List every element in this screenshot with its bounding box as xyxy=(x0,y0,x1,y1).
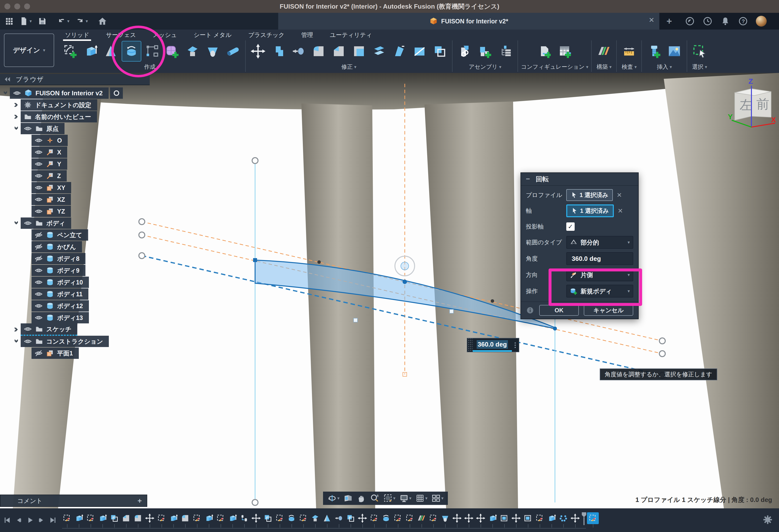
close-window-icon[interactable] xyxy=(4,3,10,9)
tree-row-かびん[interactable]: かびん xyxy=(0,241,207,253)
timeline-step-back-button[interactable] xyxy=(14,516,23,525)
view-cube[interactable]: 左 前 Z Y X xyxy=(728,78,777,133)
tree-item[interactable]: ボディ9 xyxy=(32,265,85,276)
tree-row-XY[interactable]: XY xyxy=(0,182,207,193)
visibility-on-icon[interactable] xyxy=(35,207,43,216)
structure-tool-icon[interactable] xyxy=(496,41,515,61)
ribbon-group-label[interactable]: 選択▾ xyxy=(692,63,707,71)
timeline-feature-sketch[interactable] xyxy=(534,512,546,524)
timeline-feature-extrude[interactable] xyxy=(486,512,498,524)
timeline-go-start-button[interactable] xyxy=(3,516,12,525)
fit-nav-button[interactable]: ▾ xyxy=(382,492,397,505)
tree-row-ボディ8[interactable]: ボディ8 xyxy=(0,253,207,264)
sketch-point[interactable] xyxy=(491,299,494,303)
form-tool-icon[interactable] xyxy=(163,41,182,61)
config-tool-icon[interactable] xyxy=(535,41,554,61)
ribbon-group-label[interactable]: 挿入▾ xyxy=(657,63,672,71)
timeline-feature-move[interactable] xyxy=(475,512,486,524)
visibility-on-icon[interactable] xyxy=(35,148,43,157)
profile-point[interactable] xyxy=(253,258,257,262)
sketch-point[interactable] xyxy=(317,260,321,264)
pan-nav-button[interactable] xyxy=(355,492,368,505)
viewports-nav-button[interactable]: ▾ xyxy=(430,492,445,505)
visibility-on-icon[interactable] xyxy=(24,325,32,333)
chevron-open-icon[interactable] xyxy=(12,125,21,132)
visibility-on-icon[interactable] xyxy=(35,266,43,275)
tree-row-コンストラクション[interactable]: コンストラクション xyxy=(0,336,207,347)
visibility-on-icon[interactable] xyxy=(35,172,43,180)
timeline-feature-fillet[interactable] xyxy=(132,512,144,524)
table-leg[interactable] xyxy=(301,104,375,508)
info-icon[interactable] xyxy=(526,306,534,314)
tree-item[interactable]: 平面1 xyxy=(32,348,79,359)
timeline-feature-combine[interactable] xyxy=(345,512,357,524)
timeline-feature-construct-plane[interactable] xyxy=(416,512,427,524)
tree-row-ドキュメントの設定[interactable]: ドキュメントの設定 xyxy=(0,99,207,111)
tree-row-平面1[interactable]: 平面1 xyxy=(0,347,207,359)
timeline-feature-sketch[interactable] xyxy=(297,512,309,524)
ribbon-tab-4[interactable]: シート メタル xyxy=(192,31,233,40)
patch-tool-icon[interactable] xyxy=(203,41,222,61)
tree-item[interactable]: ボディ xyxy=(21,218,71,229)
ribbon-group-label[interactable]: コンフィギュレーション▾ xyxy=(521,63,588,71)
visibility-off-icon[interactable] xyxy=(35,231,43,239)
document-tab[interactable]: FUISON for Interior v2* ✕ xyxy=(278,13,659,29)
timeline-feature-boundary[interactable] xyxy=(498,512,510,524)
timeline-play-button[interactable] xyxy=(25,516,35,525)
visibility-on-icon[interactable] xyxy=(24,124,32,133)
more-options-handle[interactable] xyxy=(512,339,519,352)
tree-row-ボディ12[interactable]: ボディ12 xyxy=(0,300,207,312)
collapse-panel-icon[interactable] xyxy=(4,76,11,83)
construct-plane-tool-icon[interactable] xyxy=(595,41,613,61)
tree-item[interactable]: かびん xyxy=(32,241,82,252)
timeline-go-end-button[interactable] xyxy=(48,516,57,525)
profile-point[interactable] xyxy=(553,327,557,331)
tree-row-名前の付いたビュー[interactable]: 名前の付いたビュー xyxy=(0,111,207,123)
clear-profile-icon[interactable]: ✕ xyxy=(617,191,622,199)
clock-icon[interactable] xyxy=(703,16,713,26)
save-button[interactable] xyxy=(36,15,49,27)
new-component-tool-icon[interactable] xyxy=(476,41,494,61)
timeline-feature-thicken[interactable] xyxy=(309,512,321,524)
tree-row-スケッチ[interactable]: スケッチ xyxy=(0,323,207,336)
timeline-feature-sketch[interactable] xyxy=(215,512,227,524)
visibility-on-icon[interactable] xyxy=(35,183,43,192)
tree-row-YZ[interactable]: YZ xyxy=(0,205,207,217)
move-tool-icon[interactable] xyxy=(249,41,267,61)
visibility-on-icon[interactable] xyxy=(35,302,43,310)
timeline-feature-move[interactable] xyxy=(144,512,156,524)
timeline-feature-sketch[interactable] xyxy=(404,512,416,524)
timeline-playhead[interactable] xyxy=(582,512,587,525)
redo-button[interactable]: ▾ xyxy=(73,15,90,27)
projection-checkbox[interactable]: ✓ xyxy=(566,222,575,231)
tree-item[interactable]: 原点 xyxy=(21,123,64,134)
chevron-closed-icon[interactable] xyxy=(12,102,21,108)
visibility-on-icon[interactable] xyxy=(24,337,32,346)
tree-row-ボディ[interactable]: ボディ xyxy=(0,217,207,229)
visibility-on-icon[interactable] xyxy=(13,89,21,97)
timeline-step-forward-button[interactable] xyxy=(37,516,46,525)
timeline-feature-sketch[interactable] xyxy=(392,512,404,524)
zoom-nav-button[interactable]: ± xyxy=(369,492,381,505)
angle-input[interactable]: 360.0 deg xyxy=(566,252,633,265)
extrude-tool-icon[interactable] xyxy=(81,41,100,61)
axis-selection-chip[interactable]: 1 選択済み xyxy=(566,204,614,217)
tree-item[interactable]: FUISON for Interior v2 xyxy=(10,87,109,99)
tree-item[interactable]: スケッチ xyxy=(21,323,77,336)
timeline-feature-move[interactable] xyxy=(569,512,581,524)
ribbon-tab-1[interactable]: ソリッド xyxy=(63,31,91,40)
visibility-on-icon[interactable] xyxy=(35,195,43,204)
table-leg[interactable] xyxy=(664,73,779,508)
tree-row-Y[interactable]: Y xyxy=(0,158,207,170)
display-nav-button[interactable]: ▾ xyxy=(398,492,413,505)
tree-row-ボディ9[interactable]: ボディ9 xyxy=(0,264,207,276)
chevron-closed-icon[interactable] xyxy=(12,114,21,120)
timeline-feature-loft[interactable] xyxy=(321,512,333,524)
timeline-feature-replace-face[interactable] xyxy=(333,512,345,524)
timeline-feature-boundary[interactable] xyxy=(522,512,534,524)
close-tab-icon[interactable]: ✕ xyxy=(649,17,654,24)
tree-item[interactable]: X xyxy=(32,146,67,158)
look-at-nav-button[interactable] xyxy=(342,492,354,505)
tree-item[interactable]: 名前の付いたビュー xyxy=(21,111,97,122)
chevron-closed-icon[interactable] xyxy=(12,327,21,333)
